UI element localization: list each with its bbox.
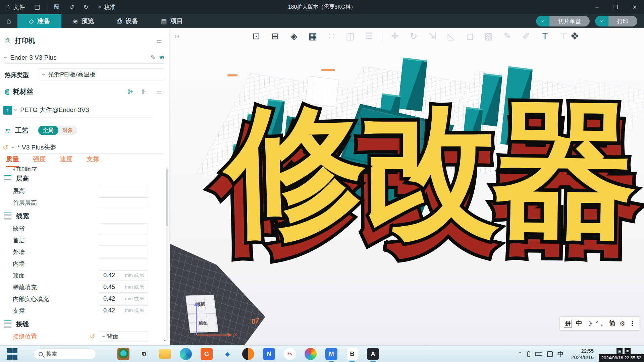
printer-settings-icon[interactable]: ⚌: [156, 37, 162, 44]
main-nav: ⌂ ◇准备≋预览⎙设备▤项目 › 切片单盘 › 打印: [0, 14, 644, 28]
tab-preview[interactable]: ≋预览: [61, 14, 106, 28]
diamond-app-icon[interactable]: ◆: [221, 348, 233, 360]
3d-viewport[interactable]: ‹ › ⊡⊞◈▦∷◫☰✛↻⇲◺◻▨✎✐T⊤ ❖ 07 顶部 前面 x 修改器 修…: [170, 28, 644, 345]
ime-item-1[interactable]: 中: [576, 319, 582, 328]
battery-icon[interactable]: [535, 352, 542, 356]
maximize-button[interactable]: ❐: [606, 0, 625, 14]
acs-app-icon[interactable]: A: [367, 348, 379, 360]
param-value-field[interactable]: 0.45mm 或 %: [99, 282, 148, 293]
sidebar-scrollbar[interactable]: [166, 167, 168, 341]
ime-item-0[interactable]: 拼: [564, 320, 572, 327]
param-value-field[interactable]: [99, 197, 148, 208]
filament-settings-icon[interactable]: ⚌: [156, 88, 162, 96]
preset-name: * V3 Plus头盔: [17, 143, 56, 152]
param-value-field[interactable]: [99, 186, 148, 196]
remove-filament-icon[interactable]: ((-: [142, 88, 145, 95]
snip-tray-icon[interactable]: [547, 351, 553, 357]
param-value-field[interactable]: [99, 247, 148, 257]
add-plate-icon[interactable]: ⊞: [269, 29, 281, 43]
param-unit: mm 或 %: [125, 284, 148, 290]
bed-type-select[interactable]: › 光滑PEI板/高温板: [39, 68, 164, 80]
param-tab-强度[interactable]: 强度: [33, 155, 46, 167]
close-button[interactable]: ✕: [625, 0, 644, 14]
edge-icon[interactable]: [180, 348, 192, 360]
param-value-field[interactable]: [99, 223, 148, 234]
notes-button[interactable]: ▤: [30, 0, 45, 14]
m-app-icon[interactable]: M: [325, 348, 337, 360]
assembly-icon[interactable]: ❖: [570, 30, 579, 42]
hidden-icons-button[interactable]: ⌃: [518, 351, 522, 357]
home-button[interactable]: ⌂: [0, 14, 17, 28]
clock-date: 2024/8/16: [571, 354, 594, 360]
palette-app-icon[interactable]: [305, 348, 317, 360]
file-menu-label: 文件: [13, 3, 25, 11]
scrollbar-thumb[interactable]: [166, 169, 168, 226]
taskbar-clock[interactable]: 22:55 2024/8/16: [571, 348, 594, 360]
collapse-panel-button[interactable]: ‹ ›: [174, 32, 179, 40]
add-model-icon[interactable]: ⊡: [250, 29, 262, 43]
snip-app-icon[interactable]: ✂: [284, 348, 296, 360]
ime-item-4[interactable]: 简: [609, 319, 615, 328]
microphone-icon[interactable]: [527, 351, 530, 357]
recorder-window-icon[interactable]: ▣: [616, 348, 623, 354]
ime-item-6[interactable]: ⋮: [629, 320, 636, 327]
orientation-gizmo[interactable]: 顶部 前面 x: [183, 295, 244, 342]
task-view-icon[interactable]: ⧉: [138, 348, 150, 360]
tab-project[interactable]: ▤项目: [150, 14, 195, 28]
g-app-icon[interactable]: G: [201, 348, 213, 360]
param-tab-速度[interactable]: 速度: [60, 155, 72, 167]
tab-prepare[interactable]: ◇准备: [17, 14, 61, 28]
parameter-list[interactable]: 打印顺序层高层高首层层高线宽缺省首层外墙内墙顶面0.42mm 或 %稀疏填充0.…: [0, 166, 166, 345]
b-app-icon[interactable]: B: [346, 348, 358, 360]
edit-icon[interactable]: ✎: [150, 54, 156, 61]
save-button[interactable]: 🖫: [49, 0, 64, 14]
reset-preset-icon[interactable]: ↺: [3, 143, 8, 152]
reset-param-icon[interactable]: ↺: [90, 333, 95, 340]
param-value-field[interactable]: 0.42mm 或 %: [99, 305, 148, 316]
add-filament-icon[interactable]: ((+: [127, 88, 132, 95]
orange-circle-app-icon[interactable]: [242, 348, 254, 360]
wifi-icon[interactable]: ≋: [159, 54, 164, 61]
redo-button[interactable]: ↻: [79, 0, 93, 14]
text-tool-icon[interactable]: T: [539, 29, 551, 43]
printer-select[interactable]: › Ender-3 V3 Plus ✎ ≋: [5, 52, 164, 64]
ime-toolbar[interactable]: 拼中☽°，简⚙⋮: [559, 316, 640, 330]
plate-number[interactable]: 07: [251, 316, 260, 326]
gizmo-front-face[interactable]: 前面: [188, 313, 218, 333]
gizmo-cube[interactable]: 顶部 前面: [185, 295, 218, 333]
ime-item-2[interactable]: ☽: [586, 320, 592, 327]
print-dropdown-button[interactable]: ›: [595, 16, 608, 26]
file-explorer-icon[interactable]: [159, 349, 171, 359]
param-tab-支撑[interactable]: 支撑: [87, 155, 99, 167]
gizmo-top-face[interactable]: 顶部: [186, 295, 216, 314]
tab-device[interactable]: ⎙设备: [106, 14, 150, 28]
file-menu[interactable]: 🗋 文件: [0, 0, 30, 14]
calibrate-button[interactable]: ⌖ 校准: [93, 0, 120, 14]
param-select[interactable]: ›背面: [99, 331, 148, 342]
undo-button[interactable]: ↺: [64, 0, 79, 14]
slice-button[interactable]: 切片单盘: [549, 16, 590, 26]
taskbar-search[interactable]: 搜索: [34, 348, 96, 360]
ime-indicator[interactable]: 中: [557, 350, 564, 358]
ime-item-3[interactable]: °，: [596, 319, 605, 328]
recorder-log-icon[interactable]: ≣: [625, 348, 631, 354]
scope-object-button[interactable]: 对象: [58, 127, 77, 134]
ime-item-5[interactable]: ⚙: [620, 320, 625, 327]
print-button[interactable]: 打印: [608, 16, 637, 26]
param-value-field[interactable]: 0.42mm 或 %: [99, 270, 148, 281]
filament-select[interactable]: › PETG 大件@Ender-3V3: [15, 104, 154, 116]
preset-select[interactable]: › * V3 Plus头盔: [12, 141, 164, 154]
param-value-field[interactable]: 0.42mm 或 %: [99, 294, 148, 304]
start-button[interactable]: [6, 348, 18, 360]
minimize-button[interactable]: –: [588, 0, 606, 14]
param-value-field[interactable]: [99, 235, 148, 246]
param-tab-质量[interactable]: 质量: [6, 155, 19, 167]
scope-global-button[interactable]: 全局: [38, 126, 58, 135]
scroll-more-icon[interactable]: ›: [162, 339, 168, 341]
n-app-icon[interactable]: N: [263, 348, 275, 360]
auto-arrange-icon[interactable]: ◈: [288, 29, 300, 43]
slice-dropdown-button[interactable]: ›: [536, 16, 549, 26]
param-value-field[interactable]: [99, 258, 148, 269]
arrange-plate-icon[interactable]: ▦: [307, 29, 319, 43]
geyser-app-icon[interactable]: [117, 348, 129, 360]
